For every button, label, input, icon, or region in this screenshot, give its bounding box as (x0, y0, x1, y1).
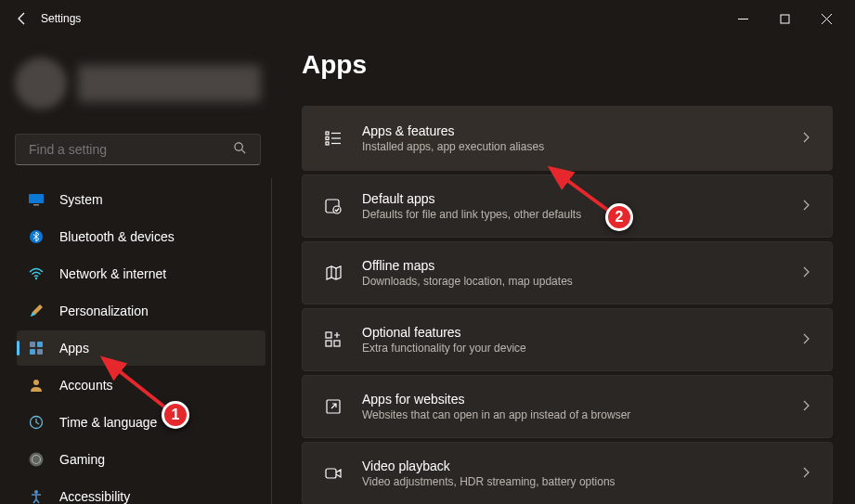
card-video-playback[interactable]: Video playback Video adjustments, HDR st… (302, 442, 833, 504)
card-title: Apps & features (362, 123, 782, 138)
card-apps-websites[interactable]: Apps for websites Websites that can open… (302, 375, 833, 438)
svg-rect-20 (326, 332, 331, 338)
svg-rect-0 (781, 15, 789, 23)
sidebar-item-label: Accounts (59, 378, 113, 393)
sidebar-item-label: Personalization (59, 304, 149, 318)
sidebar-item-system[interactable]: System (17, 182, 266, 217)
svg-rect-22 (334, 341, 340, 346)
chevron-right-icon (800, 465, 811, 482)
chevron-right-icon (800, 130, 811, 147)
search-box[interactable] (15, 134, 261, 165)
svg-rect-15 (326, 132, 329, 135)
settings-cards: Apps & features Installed apps, app exec… (302, 106, 833, 504)
svg-rect-7 (37, 342, 43, 347)
sidebar-item-label: Network & internet (59, 266, 166, 281)
card-optional-features[interactable]: Optional features Extra functionality fo… (302, 308, 833, 371)
wifi-icon (28, 265, 45, 282)
sidebar-item-label: Time & language (59, 415, 157, 430)
clock-globe-icon (28, 414, 45, 431)
window-controls (722, 4, 848, 33)
paintbrush-icon (28, 303, 45, 319)
search-input[interactable] (29, 142, 233, 157)
search-icon (233, 141, 247, 159)
avatar (15, 58, 67, 110)
svg-rect-9 (37, 349, 43, 355)
svg-rect-17 (326, 142, 329, 145)
person-icon (28, 377, 45, 394)
sidebar-item-gaming[interactable]: Gaming (17, 442, 266, 477)
chevron-right-icon (800, 398, 811, 415)
user-name-redacted (78, 65, 261, 102)
sidebar-item-label: Gaming (59, 452, 105, 467)
sidebar-item-accessibility[interactable]: Accessibility (17, 479, 266, 504)
sidebar-item-label: System (59, 192, 103, 207)
list-icon (323, 129, 343, 148)
sidebar-item-label: Accessibility (59, 489, 130, 504)
card-title: Video playback (362, 459, 782, 473)
card-desc: Installed apps, app execution aliases (362, 140, 782, 153)
maximize-button[interactable] (764, 4, 806, 33)
title-bar: Settings (0, 0, 855, 37)
bluetooth-icon (28, 228, 45, 245)
nav-list: System Bluetooth & devices Network & int… (0, 178, 272, 504)
gaming-icon (28, 451, 45, 468)
card-title: Default apps (362, 191, 782, 206)
sidebar-item-network[interactable]: Network & internet (17, 256, 266, 291)
card-title: Offline maps (362, 258, 782, 273)
card-desc: Defaults for file and link types, other … (362, 208, 782, 221)
card-title: Apps for websites (362, 392, 782, 407)
back-button[interactable] (7, 4, 37, 33)
svg-rect-3 (33, 204, 39, 206)
sidebar: System Bluetooth & devices Network & int… (0, 37, 276, 504)
svg-point-1 (235, 142, 242, 149)
video-icon (323, 464, 343, 483)
main-content: Apps Apps & features Installed apps, app… (276, 37, 855, 504)
card-title: Optional features (362, 325, 782, 340)
display-icon (28, 191, 45, 208)
svg-rect-16 (326, 137, 329, 140)
card-desc: Extra functionality for your device (362, 342, 782, 355)
svg-rect-6 (30, 342, 35, 347)
chevron-right-icon (800, 331, 811, 348)
minimize-button[interactable] (722, 4, 764, 33)
sidebar-item-time[interactable]: Time & language (17, 405, 266, 440)
page-title: Apps (302, 50, 833, 80)
grid-plus-icon (323, 330, 343, 349)
window-title: Settings (41, 12, 81, 25)
accessibility-icon (28, 488, 45, 504)
chevron-right-icon (800, 265, 811, 281)
close-button[interactable] (806, 4, 848, 33)
card-desc: Downloads, storage location, map updates (362, 275, 782, 288)
card-desc: Video adjustments, HDR streaming, batter… (362, 475, 782, 488)
svg-rect-21 (326, 341, 331, 346)
svg-point-12 (30, 453, 44, 467)
sidebar-item-accounts[interactable]: Accounts (17, 368, 266, 403)
svg-point-10 (33, 380, 39, 385)
map-icon (323, 264, 343, 282)
svg-rect-24 (326, 469, 336, 478)
card-default-apps[interactable]: Default apps Defaults for file and link … (302, 174, 833, 238)
default-apps-icon (323, 197, 343, 215)
sidebar-item-bluetooth[interactable]: Bluetooth & devices (17, 219, 266, 254)
card-offline-maps[interactable]: Offline maps Downloads, storage location… (302, 241, 833, 304)
sidebar-item-label: Apps (59, 341, 89, 355)
svg-point-5 (35, 278, 37, 279)
sidebar-item-apps[interactable]: Apps (17, 330, 266, 366)
card-apps-features[interactable]: Apps & features Installed apps, app exec… (302, 106, 833, 171)
open-external-icon (323, 397, 343, 416)
svg-point-14 (34, 490, 38, 494)
apps-icon (28, 340, 45, 356)
user-section[interactable] (0, 52, 276, 126)
svg-rect-2 (29, 194, 44, 203)
chevron-right-icon (800, 198, 811, 214)
card-desc: Websites that can open in an app instead… (362, 408, 782, 421)
sidebar-item-personalization[interactable]: Personalization (17, 293, 266, 329)
svg-rect-8 (30, 349, 35, 355)
sidebar-item-label: Bluetooth & devices (59, 229, 175, 244)
